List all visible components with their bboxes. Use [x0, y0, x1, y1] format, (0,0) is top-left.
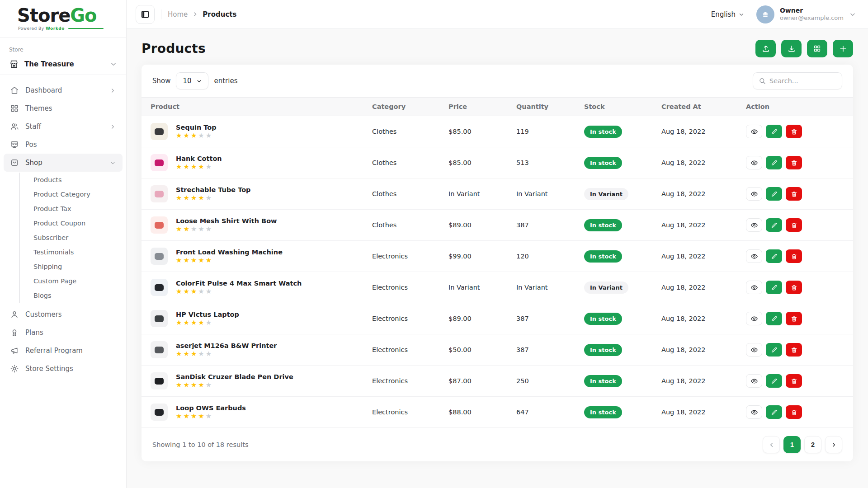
pagination-prev-button[interactable] — [763, 436, 780, 453]
product-rating: ★★★★★ — [176, 164, 222, 170]
sidebar-item-themes[interactable]: Themes — [4, 99, 123, 117]
sidebar-subitem-product-category[interactable]: Product Category — [31, 187, 123, 202]
sidebar-item-shop[interactable]: Shop — [4, 154, 123, 172]
star-icon: ★ — [183, 350, 190, 358]
download-button[interactable] — [781, 40, 802, 57]
delete-button[interactable] — [786, 249, 802, 263]
delete-button[interactable] — [786, 405, 802, 419]
view-button[interactable] — [746, 405, 762, 419]
delete-button[interactable] — [786, 125, 802, 138]
product-quantity: In Variant — [507, 284, 575, 291]
edit-button[interactable] — [766, 281, 782, 294]
page-size-select[interactable]: 10 — [176, 72, 208, 89]
edit-button[interactable] — [766, 374, 782, 388]
product-rating: ★★★★★ — [176, 257, 283, 264]
product-category: Electronics — [363, 377, 439, 385]
bag-icon — [10, 158, 19, 167]
sidebar-item-plans[interactable]: Plans — [4, 324, 123, 342]
pagination-page-2[interactable]: 2 — [804, 436, 821, 453]
sidebar-subitem-subscriber[interactable]: Subscriber — [31, 230, 123, 245]
delete-button[interactable] — [786, 281, 802, 294]
sidebar-subitem-blogs[interactable]: Blogs — [31, 288, 123, 303]
home-icon — [10, 86, 19, 95]
user-icon — [10, 310, 19, 319]
pagination-next-button[interactable] — [825, 436, 842, 453]
megaphone-icon — [10, 346, 19, 355]
sidebar-subitem-product-tax[interactable]: Product Tax — [31, 202, 123, 216]
star-icon: ★ — [198, 381, 205, 389]
edit-button[interactable] — [766, 343, 782, 357]
sidebar-subitem-products[interactable]: Products — [31, 173, 123, 187]
pencil-icon — [771, 253, 778, 260]
product-name: ColorFit Pulse 4 Max Smart Watch — [176, 280, 302, 287]
search-input[interactable] — [769, 77, 836, 84]
view-button[interactable] — [746, 218, 762, 232]
star-icon: ★ — [183, 194, 190, 202]
delete-button[interactable] — [786, 187, 802, 201]
sidebar-item-staff[interactable]: Staff — [4, 117, 123, 136]
edit-button[interactable] — [766, 187, 782, 201]
view-button[interactable] — [746, 187, 762, 201]
grid4-button[interactable] — [807, 40, 827, 57]
trash-icon — [791, 128, 797, 135]
table-row: aserjet M126a B&W Printer ★★★★★ Electron… — [142, 334, 853, 366]
product-price: $88.00 — [439, 408, 507, 416]
sidebar-item-label: Store Settings — [25, 365, 116, 373]
delete-button[interactable] — [786, 156, 802, 169]
language-selector[interactable]: English — [711, 10, 745, 19]
brand-tagline: Powered By Workdo — [18, 26, 126, 31]
view-button[interactable] — [746, 343, 762, 357]
view-button[interactable] — [746, 249, 762, 263]
view-button[interactable] — [746, 125, 762, 138]
delete-button[interactable] — [786, 374, 802, 388]
view-button[interactable] — [746, 156, 762, 169]
delete-button[interactable] — [786, 312, 802, 325]
upload-icon — [761, 44, 770, 53]
edit-button[interactable] — [766, 312, 782, 325]
upload-button[interactable] — [755, 40, 776, 57]
star-icon: ★ — [206, 350, 213, 358]
product-rating: ★★★★★ — [176, 132, 217, 139]
sidebar-toggle-button[interactable] — [136, 5, 155, 24]
star-icon: ★ — [206, 163, 213, 171]
breadcrumb-home-link[interactable]: Home — [168, 10, 188, 19]
sidebar-item-dashboard[interactable]: Dashboard — [4, 81, 123, 99]
sidebar-item-referral-program[interactable]: Referral Program — [4, 342, 123, 360]
trash-icon — [791, 222, 797, 229]
brand-logo[interactable]: StoreGo Powered By Workdo — [0, 0, 126, 38]
eye-icon — [750, 190, 758, 198]
pagination-page-1[interactable]: 1 — [783, 436, 801, 453]
sidebar-item-pos[interactable]: Pos — [4, 136, 123, 154]
sidebar-submenu: ProductsProduct CategoryProduct TaxProdu… — [19, 173, 123, 303]
product-category: Electronics — [363, 408, 439, 416]
sidebar-subitem-custom-page[interactable]: Custom Page — [31, 274, 123, 288]
sidebar-subitem-shipping[interactable]: Shipping — [31, 259, 123, 274]
eye-icon — [750, 346, 758, 354]
table-row: HP Victus Laptop ★★★★★ Electronics $89.0… — [142, 303, 853, 334]
delete-button[interactable] — [786, 218, 802, 232]
product-quantity: 513 — [507, 159, 575, 166]
sidebar-subitem-product-coupon[interactable]: Product Coupon — [31, 216, 123, 230]
edit-button[interactable] — [766, 405, 782, 419]
view-button[interactable] — [746, 312, 762, 325]
star-icon: ★ — [191, 319, 198, 327]
view-button[interactable] — [746, 374, 762, 388]
edit-button[interactable] — [766, 249, 782, 263]
profile-menu[interactable]: Owner owner@example.com — [756, 5, 856, 23]
sidebar-item-customers[interactable]: Customers — [4, 305, 123, 324]
product-price: $50.00 — [439, 346, 507, 353]
store-selector[interactable]: The Treasure — [9, 59, 117, 69]
plus-button[interactable] — [833, 40, 853, 57]
delete-button[interactable] — [786, 343, 802, 357]
view-button[interactable] — [746, 281, 762, 294]
edit-button[interactable] — [766, 125, 782, 138]
table-row: Hank Cotton ★★★★★ Clothes $85.00 513 In … — [142, 147, 853, 178]
star-icon: ★ — [176, 287, 183, 296]
sidebar-item-store-settings[interactable]: Store Settings — [4, 360, 123, 378]
edit-button[interactable] — [766, 156, 782, 169]
edit-button[interactable] — [766, 218, 782, 232]
star-icon: ★ — [198, 131, 205, 140]
product-price: In Variant — [439, 190, 507, 197]
entries-label: entries — [214, 77, 237, 85]
sidebar-subitem-testimonials[interactable]: Testimonials — [31, 245, 123, 259]
